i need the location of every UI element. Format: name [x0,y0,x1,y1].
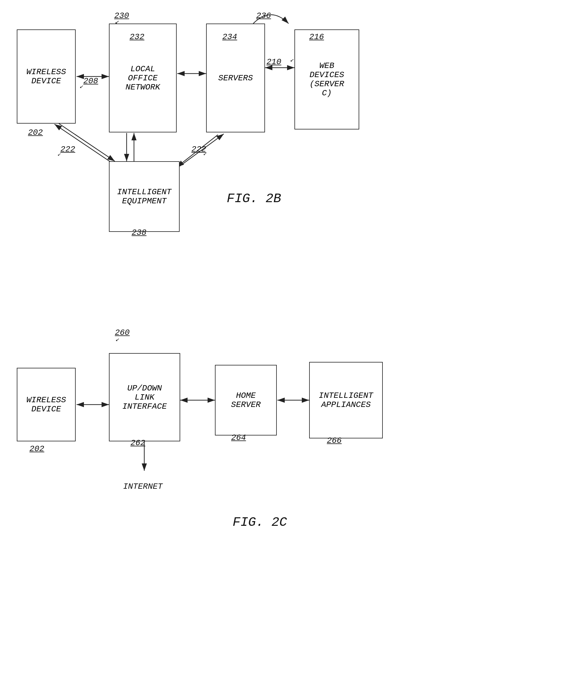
ref-222a: 222 [60,145,75,154]
ref-210: 210 [266,57,281,66]
box-updown-link-interface-label: UP/DOWNLINKINTERFACE [122,384,167,411]
fig-2c-title: FIG. 2C [232,515,287,530]
ref-222a-arrow: ↙ [57,151,61,157]
box-wireless-device-2b: WIRELESSDEVICE [17,29,76,124]
box-intelligent-equipment: INTELLIGENTEQUIPMENT [109,161,180,232]
box-servers-label: SERVERS [218,74,253,83]
ref-262: 262 [130,438,145,448]
ref-232: 232 [129,32,144,41]
box-home-server: HOMESERVER [215,365,277,435]
ref-266: 266 [327,436,342,445]
box-home-server-label: HOMESERVER [231,391,261,409]
box-wireless-device-2c: WIRELESSDEVICE [17,368,76,441]
box-web-devices: WEBDEVICES(SERVERC) [295,29,359,129]
ref-216: 216 [309,32,324,41]
box-intelligent-appliances: INTELLIGENTAPPLIANCES [309,362,383,438]
ref-230-arrow: ↙ [115,18,119,26]
svg-line-9 [59,124,115,161]
ref-208: 208 [83,77,98,86]
ref-260-arrow: ↙ [115,335,119,343]
ref-238: 238 [132,228,146,237]
ref-236: 236 [256,11,271,20]
box-intelligent-appliances-label: INTELLIGENTAPPLIANCES [319,391,373,409]
box-local-office-network-label: LOCALOFFICENETWORK [125,64,160,92]
ref-234: 234 [222,32,237,41]
internet-label: INTERNET [123,482,162,491]
ref-222b-arrow: ↙ [203,150,206,157]
fig-2b-title: FIG. 2B [227,191,281,206]
box-wireless-device-2c-label: WIRELESSDEVICE [26,395,66,414]
ref-202b: 202 [28,128,43,137]
ref-208-arrow: ↙ [79,82,83,90]
svg-line-10 [54,124,110,162]
box-intelligent-equipment-label: INTELLIGENTEQUIPMENT [117,187,172,206]
ref-210-arrow: ↙ [290,56,293,63]
box-updown-link-interface: UP/DOWNLINKINTERFACE [109,353,180,441]
ref-264: 264 [231,433,246,442]
arrows-svg [0,0,588,700]
ref-202c: 202 [29,444,44,453]
diagram-container: WIRELESSDEVICE 202 LOCALOFFICENETWORK 23… [0,0,588,700]
box-web-devices-label: WEBDEVICES(SERVERC) [310,61,344,98]
box-wireless-device-2b-label: WIRELESSDEVICE [26,67,66,86]
